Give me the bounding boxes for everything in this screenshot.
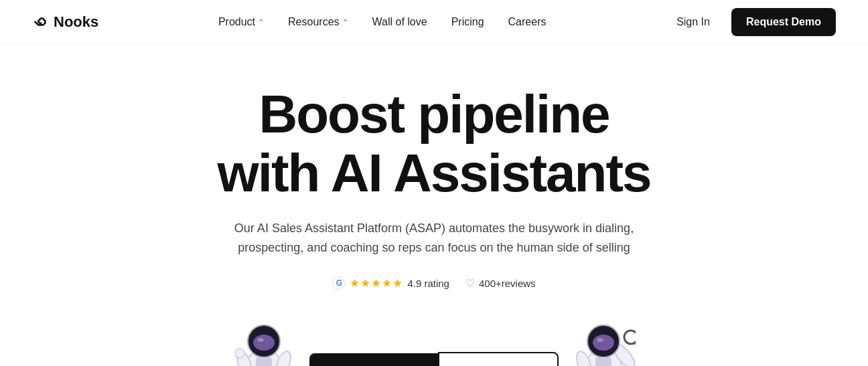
- cta-astronaut-row: Request Demo Try For Free: [32, 309, 836, 366]
- reviews-count: 400+reviews: [479, 278, 536, 289]
- rating-block: G ★★★★★ 4.9 rating: [332, 276, 449, 290]
- try-for-free-button[interactable]: Try For Free: [438, 352, 559, 366]
- hero-title: Boost pipeline with AI Assistants: [217, 85, 650, 203]
- svg-point-6: [253, 335, 275, 351]
- cta-buttons: Request Demo Try For Free: [309, 352, 558, 366]
- svg-point-7: [257, 338, 264, 342]
- nav-item-product[interactable]: Product ⌃: [208, 11, 275, 33]
- svg-point-9: [235, 349, 244, 358]
- google-icon: G: [332, 276, 346, 290]
- astronaut-left-svg: [232, 309, 296, 366]
- sign-in-button[interactable]: Sign In: [666, 11, 721, 33]
- logo-icon: ꩜: [32, 12, 48, 33]
- svg-point-13: [624, 331, 636, 344]
- nav-label-careers: Careers: [508, 16, 547, 28]
- svg-point-19: [597, 338, 603, 342]
- logo[interactable]: ꩜ Nooks: [32, 12, 98, 33]
- astronaut-right: [572, 309, 636, 366]
- astronaut-left: [232, 309, 296, 366]
- logo-text: Nooks: [54, 13, 98, 31]
- star-icons: ★★★★★: [350, 276, 403, 290]
- hero-section: Boost pipeline with AI Assistants Our AI…: [0, 45, 868, 366]
- svg-line-14: [635, 343, 636, 346]
- chevron-down-icon: ⌃: [342, 18, 348, 27]
- rating-text: 4.9 rating: [407, 278, 449, 289]
- heart-icon: ♡: [465, 277, 475, 290]
- nav-item-careers[interactable]: Careers: [498, 11, 557, 33]
- nav-label-resources: Resources: [288, 16, 339, 28]
- nav-item-pricing[interactable]: Pricing: [441, 11, 495, 33]
- nav-links: Product ⌃ Resources ⌃ Wall of love Prici…: [208, 11, 557, 33]
- request-demo-hero-button[interactable]: Request Demo: [309, 353, 437, 366]
- nav-label-pricing: Pricing: [451, 16, 484, 28]
- social-proof: G ★★★★★ 4.9 rating ♡ 400+reviews: [332, 276, 535, 290]
- nav-item-resources[interactable]: Resources ⌃: [277, 11, 358, 33]
- nav-item-wall-of-love[interactable]: Wall of love: [362, 11, 438, 33]
- svg-point-18: [593, 335, 614, 351]
- svg-rect-8: [256, 357, 272, 366]
- astronaut-right-svg: [572, 309, 636, 366]
- cta-area: Request Demo Try For Free: [309, 352, 558, 366]
- hero-subtitle: Our AI Sales Assistant Platform (ASAP) a…: [226, 219, 642, 258]
- nav-right: Sign In Request Demo: [666, 8, 836, 36]
- navbar: ꩜ Nooks Product ⌃ Resources ⌃ Wall of lo…: [0, 0, 868, 45]
- request-demo-nav-button[interactable]: Request Demo: [731, 8, 836, 36]
- reviews-block: ♡ 400+reviews: [465, 277, 536, 290]
- nav-label-product: Product: [218, 16, 255, 28]
- nav-label-wall-of-love: Wall of love: [372, 16, 427, 28]
- svg-rect-20: [595, 357, 611, 366]
- chevron-down-icon: ⌃: [258, 18, 264, 27]
